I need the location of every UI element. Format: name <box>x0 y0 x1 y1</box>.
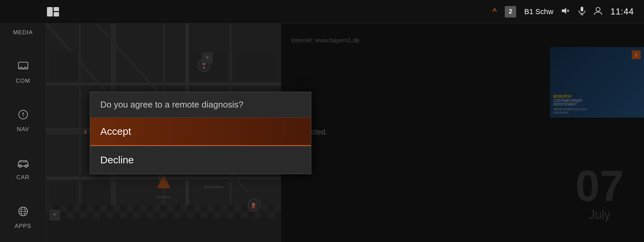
sidebar: MEDIA COM NAV <box>0 0 46 242</box>
chat-icon <box>18 61 29 74</box>
sidebar-label-apps: APPS <box>15 223 31 230</box>
channel-badge: 2 <box>505 6 516 17</box>
decline-button[interactable]: Decline <box>90 146 311 174</box>
compass-icon <box>18 109 29 123</box>
clock: 11:44 <box>610 6 634 17</box>
sidebar-item-nav[interactable]: NAV <box>0 97 46 145</box>
sidebar-item-apps[interactable]: APPS <box>0 194 46 242</box>
dialog-overlay: Do you agree to a remote diagnosis? ‹ Ac… <box>46 24 644 242</box>
chevron-up-icon[interactable]: ^ <box>492 6 497 17</box>
svg-rect-3 <box>581 7 583 11</box>
sidebar-item-com[interactable]: COM <box>0 48 46 97</box>
accept-button[interactable]: ‹ Accept <box>90 118 311 146</box>
sidebar-label-car: CAR <box>16 174 30 181</box>
microphone-icon[interactable] <box>578 6 586 17</box>
layout-toggle-icon[interactable] <box>47 7 59 16</box>
sidebar-label-com: COM <box>16 78 30 84</box>
remote-diagnosis-dialog: Do you agree to a remote diagnosis? ‹ Ac… <box>90 92 311 174</box>
globe-icon <box>18 206 29 219</box>
decline-label: Decline <box>100 154 134 166</box>
status-bar: ^ 2 B1 Schw 11:44 <box>0 0 644 24</box>
volume-icon[interactable] <box>561 7 570 16</box>
sidebar-item-car[interactable]: CAR <box>0 145 46 194</box>
dialog-body: ‹ Accept Decline <box>90 118 311 174</box>
svg-point-10 <box>19 110 28 119</box>
station-name: B1 Schw <box>524 7 553 16</box>
car-icon <box>17 158 30 171</box>
sidebar-label-nav: NAV <box>17 126 29 133</box>
sidebar-label-media: MEDIA <box>13 29 33 36</box>
status-bar-left <box>47 7 59 16</box>
svg-point-6 <box>596 7 600 11</box>
selection-arrow-icon: ‹ <box>84 127 87 136</box>
user-icon[interactable] <box>594 6 602 17</box>
svg-marker-0 <box>562 8 566 14</box>
status-bar-right: ^ 2 B1 Schw 11:44 <box>492 6 634 17</box>
dialog-question: Do you agree to a remote diagnosis? <box>90 92 311 118</box>
accept-label: Accept <box>100 126 131 137</box>
